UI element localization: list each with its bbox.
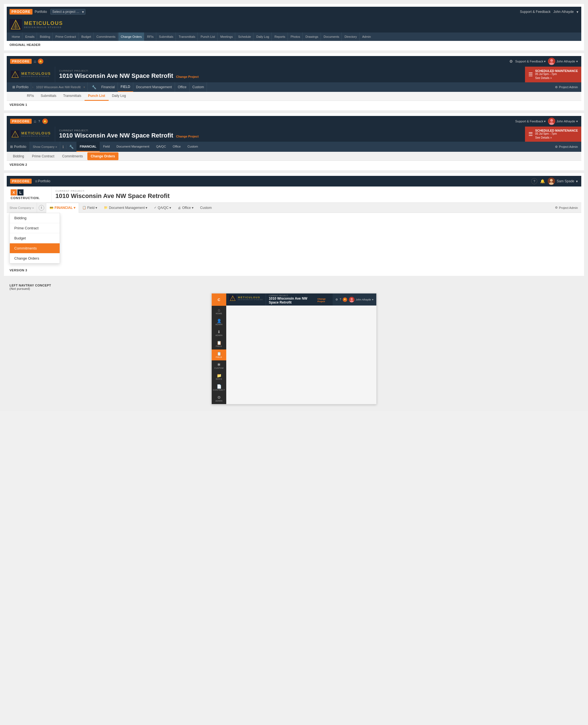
tab-directory-orig[interactable]: Directory [342, 33, 359, 41]
v2-tab-qaqc[interactable]: QA/QC [153, 142, 169, 152]
v2-portfolio-btn[interactable]: ⊞ Portfolio [7, 142, 30, 152]
v2-sub-tab-commitments[interactable]: Commitments [59, 152, 86, 160]
v2-sub-tab-change-orders[interactable]: Change Orders [87, 152, 119, 160]
navtray-project-name: 1010 Wisconsin Ave NW Space Retrofit [269, 296, 316, 304]
v2-sub-tab-prime-contract[interactable]: Prime Contract [28, 152, 58, 160]
v1-project-admin-btn[interactable]: ⚙ Project Admin [555, 85, 578, 89]
tab-schedule-orig[interactable]: Schedule [236, 33, 253, 41]
v1-sub-tab-punch-list[interactable]: Punch List [85, 92, 108, 101]
v3-question-icon[interactable]: ? [531, 178, 537, 184]
v3-user-btn[interactable]: Sam Spade ▾ [548, 178, 578, 185]
v1-maintenance-icon: ☰ [528, 71, 533, 78]
user-dropdown-orig[interactable]: ▾ [576, 10, 579, 14]
tab-rfis-orig[interactable]: RFIs [145, 33, 156, 41]
v1-sub-tab-daily-log[interactable]: Daily Log [109, 92, 129, 101]
navtray-item-download[interactable]: ⬇ ADMIN [212, 328, 226, 338]
v1-maintenance-link[interactable]: See Details » [535, 77, 552, 80]
v3-dropdown-budget[interactable]: Budget [10, 233, 60, 243]
v3-portfolio-link[interactable]: Portfolio [38, 179, 50, 183]
v3-tab-field[interactable]: 📋 Field ▾ [79, 203, 101, 213]
tab-meetings-orig[interactable]: Meetings [218, 33, 235, 41]
v3-dropdown-bidding[interactable]: Bidding [10, 213, 60, 223]
v2-tab-custom[interactable]: Custom [184, 142, 201, 152]
tab-budget-orig[interactable]: Budget [79, 33, 93, 41]
tab-transmittals-orig[interactable]: Transmittals [176, 33, 198, 41]
navtray-item-admin2[interactable]: ⚙ ADMIN [212, 393, 226, 404]
v3-dropdown-prime-contract[interactable]: Prime Contract [10, 223, 60, 233]
navtray-item-home[interactable]: ⌂ HOME [212, 306, 226, 317]
v3-dropdown-commitments[interactable]: Commitments [10, 243, 60, 253]
v3-tab-custom[interactable]: Custom [197, 203, 215, 213]
v2-show-company-btn[interactable]: Show Company » [30, 142, 60, 152]
v1-tab-custom[interactable]: Custom [190, 82, 207, 92]
v2-tab-docmgmt[interactable]: Document Management [113, 142, 153, 152]
project-select-orig[interactable]: Select a project ... [50, 9, 85, 15]
tab-bidding-orig[interactable]: Bidding [38, 33, 52, 41]
v1-breadcrumb-project[interactable]: 1010 Wisconsin Ave NW Retrofit [35, 85, 82, 89]
tab-change-orders-orig[interactable]: Change Orders [119, 33, 144, 41]
navtray-bell-icon[interactable]: 🔔 [343, 297, 347, 302]
v1-user-btn[interactable]: John Athayde ▾ [548, 58, 578, 65]
v3-tab-financial[interactable]: 💳 FINANCIAL ▾ [46, 203, 79, 213]
v3-info-icon[interactable]: ℹ [39, 205, 44, 211]
navtray-item-admin1[interactable]: 👤 ADMIN [212, 317, 226, 328]
v2-maintenance-link[interactable]: See Details » [535, 136, 552, 139]
v1-sub-tab-transmittals[interactable]: Transmittals [60, 92, 85, 101]
tab-prime-contract-orig[interactable]: Prime Contract [53, 33, 78, 41]
navtray-item-field1[interactable]: 📋 FIELD [212, 338, 226, 350]
tab-punch-list-orig[interactable]: Punch List [198, 33, 217, 41]
support-feedback-link-orig[interactable]: Support & Feedback [520, 10, 550, 14]
v2-change-project-link[interactable]: Change Project [176, 135, 199, 138]
navtray-item-contract[interactable]: 📄 CONTRACT [212, 382, 226, 393]
v1-sub-tab-rfis[interactable]: RFIs [23, 92, 37, 101]
v2-question-icon[interactable]: ? [38, 120, 40, 123]
svg-point-23 [351, 298, 353, 300]
tab-commitments-orig[interactable]: Commitments [94, 33, 118, 41]
v1-home-icon[interactable]: ⌂ [34, 59, 36, 64]
v2-home-icon[interactable]: ⌂ [34, 119, 36, 124]
v3-label: VERSION 3 [7, 266, 581, 273]
tab-emails-orig[interactable]: Emails [23, 33, 37, 41]
navtray-gear-icon[interactable]: ⚙ [335, 298, 338, 301]
v1-gear-icon[interactable]: ⚙ [509, 59, 513, 64]
v1-portfolio-btn[interactable]: ⊞ Portfolio [10, 82, 31, 92]
v1-tab-financial[interactable]: Financial [99, 82, 118, 92]
v1-change-project-link[interactable]: Change Project [176, 75, 199, 78]
tab-daily-log-orig[interactable]: Daily Log [254, 33, 272, 41]
navtray-item-custom[interactable]: ✱ CUSTOM [212, 360, 226, 371]
tab-photos-orig[interactable]: Photos [288, 33, 303, 41]
tab-drawings-orig[interactable]: Drawings [303, 33, 321, 41]
navtray-item-docs[interactable]: 📁 DOCS [212, 371, 226, 382]
tab-submittals-orig[interactable]: Submittals [157, 33, 176, 41]
v1-tab-docmgmt[interactable]: Document Management [133, 82, 175, 92]
v1-notification-icon[interactable]: 🔔 [38, 59, 43, 64]
v3-project-admin-btn[interactable]: ⚙ Project Admin [552, 203, 581, 213]
portfolio-link-orig[interactable]: Portfolio [35, 10, 47, 14]
v3-dropdown-change-orders[interactable]: Change Orders [10, 253, 60, 263]
v2-user-btn[interactable]: John Athayde ▾ [548, 118, 578, 125]
v3-tab-docmgmt[interactable]: 📁 Document Management ▾ [101, 203, 151, 213]
v3-tab-office[interactable]: 🖨 Office ▾ [174, 203, 196, 213]
v1-tab-office[interactable]: Office [175, 82, 190, 92]
v2-tab-office[interactable]: Office [169, 142, 184, 152]
v1-sub-tab-submittals[interactable]: Submittals [37, 92, 60, 101]
v3-show-company-btn[interactable]: Show Company » [7, 203, 37, 213]
tab-admin-orig[interactable]: Admin [360, 33, 373, 41]
navtray-item-field2[interactable]: 📋 FIELD [212, 350, 226, 360]
tab-reports-orig[interactable]: Reports [272, 33, 288, 41]
v2-sub-tab-bidding[interactable]: Bidding [9, 152, 27, 160]
v1-tab-field[interactable]: FIELD [118, 82, 133, 92]
v3-tab-qaqc[interactable]: ✓ QA/QC ▾ [151, 203, 174, 213]
v2-project-admin-btn[interactable]: ⚙ Project Admin [552, 142, 581, 152]
tab-documents-orig[interactable]: Documents [321, 33, 342, 41]
v2-tab-field[interactable]: Field [100, 142, 113, 152]
navtray-user-btn[interactable]: John Athayde ▾ [349, 297, 374, 303]
v1-support-feedback-btn[interactable]: Support & Feedback ▾ [515, 60, 546, 63]
navtray-change-project-link[interactable]: Change Project [317, 298, 330, 303]
tab-home-orig[interactable]: Home [9, 33, 22, 41]
navtray-question-icon[interactable]: ? [340, 298, 341, 301]
v2-notification-icon[interactable]: 🔔 [42, 119, 48, 124]
v3-bell-icon[interactable]: 🔔 [540, 179, 545, 183]
v2-support-feedback-btn[interactable]: Support & Feedback ▾ [515, 120, 546, 123]
v2-tab-financial[interactable]: FINANCIAL [77, 142, 100, 152]
